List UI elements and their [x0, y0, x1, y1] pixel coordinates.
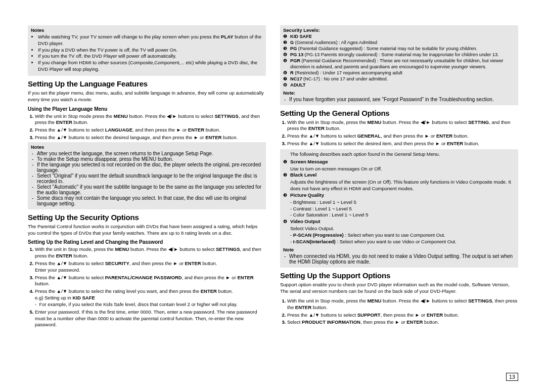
general-item-desc: - Brightness : Level 1 ~ Level 5: [290, 199, 515, 206]
general-menu-box: The following describes each option foun…: [280, 149, 518, 268]
lang-notes-box: Notes After you select the language, the…: [28, 142, 266, 209]
security-levels-box: Security Levels: ❶KID SAFE❷G (General Au…: [280, 25, 518, 105]
lang-notes-list: After you select the language, the scree…: [31, 151, 263, 206]
general-item-desc: - Color Saturation : Level 1 ~ Level 5: [290, 212, 515, 219]
general-item: ❹Video Output: [290, 219, 515, 225]
list-item: After you select the language, the scree…: [37, 151, 263, 156]
general-item-desc: Adjusts the brightness of the screen (On…: [290, 179, 515, 192]
level-item: ❺PGR (Parental Guidance Recommended) : T…: [283, 58, 515, 70]
notes-box-1: Notes While watching TV, your TV screen …: [28, 25, 266, 76]
lang-notes-title: Notes: [31, 144, 263, 150]
heading-general: Setting Up the General Options: [280, 109, 518, 117]
general-item: ❸Picture Quality: [290, 192, 515, 199]
general-item-desc: - Contrast : Level 1 ~ Level 5: [290, 206, 515, 212]
gen-note-title: Note: [283, 247, 515, 252]
sup-lead: Support option enable you to check your …: [280, 282, 518, 295]
level-item: ❼NC17 (NC-17) : No one 17 and under admi…: [283, 76, 515, 82]
heading-security: Setting Up the Security Options: [28, 213, 266, 222]
list-item: Press the ▲/▼ buttons to select GENERAL,…: [287, 133, 518, 140]
notes-title: Notes: [31, 27, 263, 33]
general-item-desc: - I-SCAN(Interlaced) : Select when you w…: [290, 239, 515, 245]
levels-list: ❶KID SAFE❷G (General Audiences) : All Ag…: [283, 34, 515, 89]
general-item-desc: Select Video Output.: [290, 226, 515, 232]
left-column: Notes While watching TV, your TV screen …: [28, 25, 266, 377]
notes-list: While watching TV, your TV screen will c…: [31, 34, 263, 73]
right-column: Security Levels: ❶KID SAFE❷G (General Au…: [280, 25, 518, 377]
levels-note-list: If you have forgotten your password, see…: [283, 97, 515, 102]
level-item: ❶KID SAFE: [283, 34, 515, 40]
manual-page: Notes While watching TV, your TV screen …: [0, 0, 546, 392]
gen-note-list: When connected via HDMI, you do not need…: [283, 253, 515, 265]
level-item: ❷G (General Audiences) : All Ages Admitt…: [283, 40, 515, 46]
sup-steps: With the unit in Stop mode, press the ME…: [280, 298, 518, 326]
level-item: ❸PG (Parental Guidance suggested) : Some…: [283, 46, 515, 52]
lang-sub: Using the Player Language Menu: [28, 106, 266, 112]
general-item: ❷Black Level: [290, 172, 515, 179]
list-item: If you turn the TV off, the DVD Player w…: [38, 53, 263, 60]
list-item: When connected via HDMI, you do not need…: [289, 253, 515, 265]
list-item: With the unit in Stop mode, press the ME…: [287, 119, 518, 133]
gen-steps: With the unit in Stop mode, press the ME…: [280, 119, 518, 147]
gen-items: ❶Screen MessageUse to turn on-screen mes…: [283, 159, 515, 245]
level-item: ❹PG 13 (PG-13 Parents strongly cautioned…: [283, 52, 515, 58]
sec-steps: With the unit in Stop mode, press the ME…: [28, 246, 266, 328]
list-item: Press the ▲/▼ buttons to select the rati…: [35, 288, 266, 308]
list-item: Select "Original" if you want the defaul…: [37, 173, 263, 184]
lang-steps: With the unit in Stop mode press the MEN…: [28, 113, 266, 141]
list-item: While watching TV, your TV screen will c…: [38, 34, 263, 47]
list-item: Select "Automatic" if you want the subti…: [37, 184, 263, 195]
list-item: If you have forgotten your password, see…: [289, 97, 515, 102]
list-item: If you play a DVD when the TV power is o…: [38, 47, 263, 54]
list-item: With the unit in Stop mode, press the ME…: [287, 298, 518, 311]
heading-language: Setting Up the Language Features: [28, 79, 266, 88]
level-item: ❽ADULT: [283, 82, 515, 89]
general-item-desc: Use to turn on-screen messages On or Off…: [290, 166, 515, 172]
list-item: Select PRODUCT INFORMATION, then press t…: [287, 319, 518, 326]
list-item: Press the ▲/▼ buttons to select the desi…: [287, 141, 518, 147]
list-item: With the unit in Stop mode press the MEN…: [35, 113, 266, 126]
general-item-desc: - P-SCAN (Progressive) : Select when you…: [290, 232, 515, 239]
sec-lead: The Parental Control function works in c…: [28, 224, 266, 237]
list-item: Press the ▲/▼ buttons to select SECURITY…: [35, 260, 266, 274]
heading-support: Setting Up the Support Options: [280, 271, 518, 280]
list-item: With the unit in Stop mode, press the ME…: [35, 246, 266, 259]
level-item: ❻R (Restricted) : Under 17 requires acco…: [283, 70, 515, 76]
list-item: Some discs may not contain the language …: [37, 195, 263, 206]
levels-note-title: Note:: [283, 90, 515, 96]
list-item: To make the Setup menu disappear, press …: [37, 156, 263, 162]
list-item: Press the ▲/▼ buttons to select the desi…: [35, 135, 266, 141]
list-item: If you change from HDMI to other sources…: [38, 60, 263, 73]
levels-title: Security Levels:: [283, 27, 515, 33]
list-item: Press the ▲/▼ buttons to select LANGUAGE…: [35, 127, 266, 134]
page-number: 13: [506, 373, 518, 381]
general-item: ❶Screen Message: [290, 159, 515, 165]
lang-lead: If you set the player menu, disc menu, a…: [28, 90, 266, 103]
list-item: Press the ▲/▼ buttons to select SUPPORT,…: [287, 312, 518, 319]
gen-box-lead: The following describes each option foun…: [290, 151, 515, 157]
list-item: If the language you selected is not reco…: [37, 162, 263, 173]
list-item: Press the ▲/▼ buttons to select PARENTAL…: [35, 275, 266, 288]
list-item: Enter your password. If this is the firs…: [35, 309, 266, 328]
sec-sub: Setting Up the Rating Level and Changing…: [28, 239, 266, 245]
